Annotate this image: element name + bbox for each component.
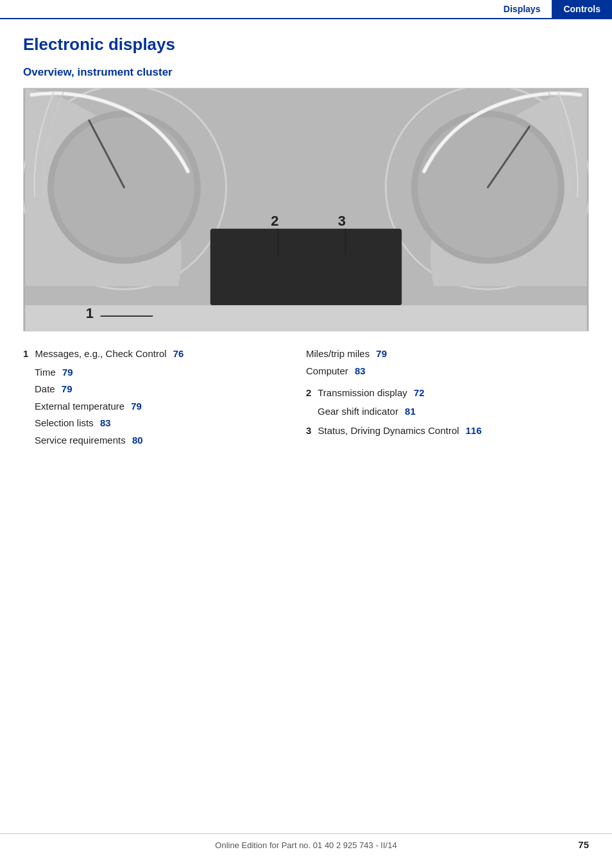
- tab-displays[interactable]: Displays: [492, 0, 552, 18]
- tab-controls[interactable]: Controls: [552, 0, 612, 18]
- legend-item-3: 3 Status, Driving Dynamics Control 116: [306, 424, 576, 438]
- section-subtitle: Overview, instrument cluster: [23, 66, 589, 79]
- instrument-cluster-diagram: 1 2 3: [23, 88, 589, 331]
- legend-num-1: 1: [23, 348, 28, 359]
- footer: Online Edition for Part no. 01 40 2 925 …: [0, 833, 612, 850]
- main-content: Electronic displays Overview, instrument…: [0, 19, 612, 488]
- legend-col-1: 1 Messages, e.g., Check Control 76 Time …: [23, 347, 306, 450]
- legend-sub-ext-temp: External temperature 79: [35, 399, 293, 414]
- legend-item-1: 1 Messages, e.g., Check Control 76: [23, 347, 293, 362]
- legend-sub-date: Date 79: [35, 382, 293, 397]
- legend-num-2: 2: [306, 387, 311, 398]
- legend-text-transmission: Transmission display: [318, 387, 407, 398]
- legend-link-miles[interactable]: 79: [376, 348, 387, 359]
- legend-sub-service-req: Service requirements 80: [35, 433, 293, 448]
- footer-text: Online Edition for Part no. 01 40 2 925 …: [215, 840, 396, 850]
- legend-sub-computer: Computer 83: [306, 364, 576, 379]
- page-title: Electronic displays: [23, 35, 589, 54]
- legend-link-ext-temp[interactable]: 79: [131, 401, 142, 412]
- legend-link-date[interactable]: 79: [62, 383, 72, 394]
- legend-text-messages: Messages, e.g., Check Control: [35, 348, 167, 359]
- legend-text-status: Status, Driving Dynamics Control: [318, 425, 459, 436]
- svg-rect-10: [25, 305, 586, 331]
- svg-rect-7: [210, 229, 402, 305]
- legend-section: 1 Messages, e.g., Check Control 76 Time …: [23, 347, 589, 450]
- legend-item-2: 2 Transmission display 72: [306, 386, 576, 401]
- footer-page-number: 75: [578, 839, 589, 850]
- legend-link-status[interactable]: 116: [466, 425, 482, 436]
- legend-link-messages[interactable]: 76: [173, 348, 184, 359]
- legend-link-computer[interactable]: 83: [355, 365, 366, 376]
- legend-sub-gearshift: Gear shift indicator 81: [318, 405, 576, 419]
- legend-sub-time: Time 79: [35, 365, 293, 380]
- svg-text:1: 1: [86, 305, 94, 321]
- header-tabs: Displays Controls: [0, 0, 612, 19]
- legend-col-2: Miles/trip miles 79 Computer 83 2 Transm…: [306, 347, 589, 450]
- legend-link-time[interactable]: 79: [62, 367, 73, 378]
- legend-sub-miles: Miles/trip miles 79: [306, 347, 576, 362]
- svg-text:2: 2: [271, 213, 278, 229]
- legend-link-gearshift[interactable]: 81: [405, 406, 416, 417]
- svg-text:3: 3: [338, 213, 346, 229]
- legend-sub-selection-lists: Selection lists 83: [35, 416, 293, 431]
- legend-num-3: 3: [306, 425, 311, 436]
- legend-link-selection-lists[interactable]: 83: [100, 417, 111, 428]
- legend-link-service-req[interactable]: 80: [132, 435, 143, 446]
- legend-link-transmission[interactable]: 72: [414, 387, 425, 398]
